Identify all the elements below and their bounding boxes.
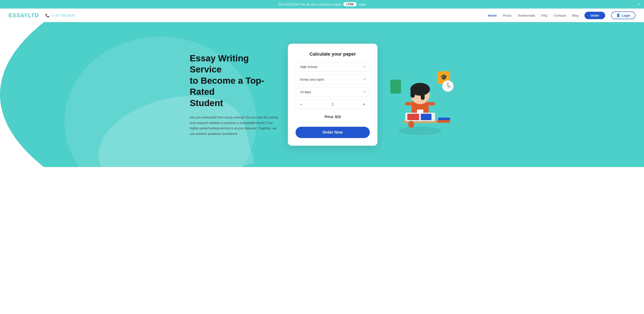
- pages-increase-button[interactable]: +: [358, 100, 370, 109]
- pages-decrease-button[interactable]: −: [296, 100, 307, 109]
- svg-rect-6: [417, 110, 423, 113]
- hero-description: Are you exhausted from essay writing? Do…: [190, 115, 279, 136]
- discount-code: LTD5: [343, 2, 356, 6]
- nav-blog[interactable]: Blog: [572, 14, 578, 17]
- nav-testimonials[interactable]: Testimonials: [518, 14, 536, 17]
- site-header: ESSAYLTD 📞 +1 877 614 9575 Home Prices T…: [0, 8, 644, 22]
- svg-rect-8: [428, 102, 435, 105]
- svg-rect-20: [437, 120, 450, 123]
- phone-text: +1 877 614 9575: [51, 14, 75, 17]
- user-icon: 👤: [616, 13, 620, 17]
- header-order-button[interactable]: Order: [584, 12, 605, 19]
- phone-number: 📞 +1 877 614 9575: [45, 13, 75, 17]
- hero-content: Essay Writing Serviceto Become a Top-Rat…: [173, 31, 471, 158]
- login-label: Login: [622, 14, 630, 17]
- nav-contacts[interactable]: Contacts: [554, 14, 566, 17]
- price-display: Price: $10: [296, 112, 370, 123]
- top-banner: 5% DISCOUNT for all new customers! Apply…: [0, 0, 644, 8]
- svg-rect-5: [421, 92, 425, 100]
- svg-rect-22: [438, 115, 450, 118]
- banner-close-button[interactable]: ×: [638, 2, 640, 6]
- svg-rect-21: [438, 118, 450, 120]
- illustration-svg: 🎓: [386, 50, 454, 139]
- phone-icon: 📞: [45, 13, 50, 17]
- svg-rect-7: [405, 102, 412, 105]
- svg-point-0: [399, 127, 442, 135]
- hero-illustration: 🎓: [386, 50, 454, 139]
- calculator-card: Calculate your paper High School Undergr…: [288, 44, 378, 146]
- hero-text-block: Essay Writing Serviceto Become a Top-Rat…: [190, 53, 279, 137]
- svg-text:🎓: 🎓: [440, 74, 448, 81]
- nav-prices[interactable]: Prices: [503, 14, 512, 17]
- pages-input[interactable]: [307, 103, 358, 106]
- calculator-title: Calculate your paper: [296, 51, 370, 57]
- svg-rect-24: [411, 121, 412, 122]
- banner-text-before: 5% DISCOUNT for all new customers! Apply: [278, 2, 341, 6]
- svg-rect-15: [390, 80, 401, 94]
- nav-faq[interactable]: FAQ: [541, 14, 548, 17]
- svg-rect-12: [421, 114, 432, 120]
- hero-section: Essay Writing Serviceto Become a Top-Rat…: [0, 22, 644, 167]
- svg-rect-11: [407, 114, 419, 120]
- header-login-button[interactable]: 👤 Login: [611, 11, 636, 19]
- pages-counter: − +: [296, 100, 370, 109]
- nav-home[interactable]: Home: [488, 14, 497, 17]
- education-level-select[interactable]: High School Undergraduate Master's PhD: [296, 62, 370, 72]
- logo-text: ESSAY: [8, 12, 28, 18]
- main-nav: Home Prices Testimonials FAQ Contacts Bl…: [488, 11, 636, 19]
- site-logo[interactable]: ESSAYLTD: [8, 12, 39, 19]
- order-now-button[interactable]: Order Now: [296, 127, 370, 138]
- banner-text-after: code: [359, 2, 366, 6]
- svg-rect-4: [410, 89, 415, 98]
- deadline-select[interactable]: 14 days 7 days 3 days 24 hours 12 hours …: [296, 87, 370, 97]
- hero-title: Essay Writing Serviceto Become a Top-Rat…: [190, 53, 279, 109]
- logo-accent: LTD: [28, 12, 39, 18]
- paper-type-select[interactable]: Essay (any type) Research Paper Term Pap…: [296, 75, 370, 84]
